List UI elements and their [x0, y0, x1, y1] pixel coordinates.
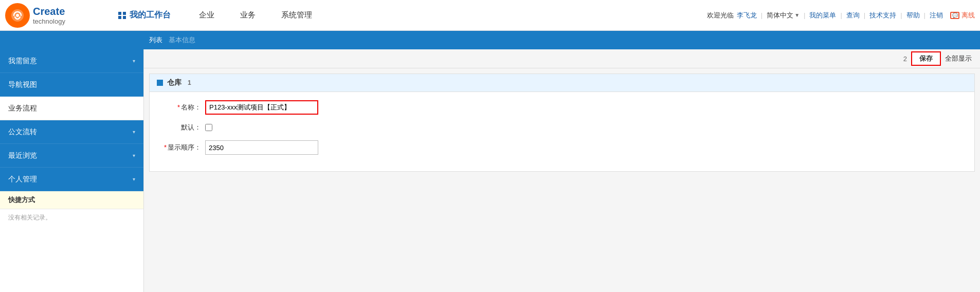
chevron-right-icon-2: ▾ [133, 129, 135, 135]
name-input[interactable] [205, 100, 318, 115]
panel-title: 仓库 [167, 78, 182, 87]
breadcrumb-list[interactable]: 列表 [149, 35, 162, 45]
sidebar-item-recent[interactable]: 最近浏览 ▾ [0, 144, 143, 168]
lang-label: 简体中文 [767, 11, 793, 20]
blue-square-icon [157, 80, 163, 86]
workbench-label: 我的工作台 [130, 10, 171, 21]
order-label: 显示顺序： [160, 143, 201, 152]
sidebar-item-workflow-label: 业务流程 [8, 104, 37, 113]
nav-sysadmin[interactable]: 系统管理 [268, 0, 325, 31]
panel-body: 名称： 默认： 显示顺序： [150, 92, 974, 171]
main-nav: 我的工作台 企业 业务 系统管理 [118, 0, 707, 31]
svg-point-0 [16, 14, 19, 17]
logo-text: Create technology [33, 5, 65, 26]
sidebar-item-docflow-label: 公文流转 [8, 127, 37, 137]
order-field-row: 显示顺序： [160, 140, 964, 155]
logo: Create technology [5, 3, 118, 28]
save-button[interactable]: 保存 [911, 51, 941, 66]
name-field-row: 名称： [160, 100, 964, 115]
language-switcher[interactable]: 简体中文 ▼ [767, 11, 800, 20]
default-field-row: 默认： [160, 123, 964, 132]
sidebar-item-docflow[interactable]: 公文流转 ▾ [0, 120, 143, 144]
help-link[interactable]: 帮助 [906, 11, 920, 20]
sidebar: 我需留意 ▾ 导航视图 业务流程 公文流转 ▾ 最近浏览 ▾ 个人管理 ▾ 快捷… [0, 49, 144, 292]
sidebar-item-navview[interactable]: 导航视图 [0, 73, 143, 97]
nav-enterprise[interactable]: 企业 [186, 0, 227, 31]
shortcut-label: 快捷方式 [8, 196, 35, 204]
default-checkbox[interactable] [205, 124, 212, 131]
offline-button[interactable]: 💬 离线 [950, 11, 975, 20]
no-record-text: 没有相关记录。 [0, 209, 143, 226]
chevron-right-icon-3: ▾ [133, 153, 135, 158]
name-label: 名称： [160, 103, 201, 112]
sidebar-item-personal[interactable]: 个人管理 ▾ [0, 168, 143, 191]
panel-header: 仓库 1 [150, 74, 974, 92]
offline-label: 离线 [961, 11, 975, 20]
sidebar-item-personal-label: 个人管理 [8, 175, 37, 184]
logout-link[interactable]: 注销 [930, 11, 943, 20]
chevron-down-icon: ▼ [794, 12, 800, 18]
logo-icon [5, 3, 30, 28]
sidebar-item-attention-label: 我需留意 [8, 57, 37, 66]
greeting-text: 欢迎光临 [707, 11, 734, 20]
header: Create technology 我的工作台 企业 业务 系统管理 欢迎光临 … [0, 0, 980, 31]
sidebar-item-workflow[interactable]: 业务流程 [0, 97, 143, 120]
logo-create: Create [33, 5, 65, 17]
my-menu-link[interactable]: 我的菜单 [809, 11, 836, 20]
chat-icon: 💬 [950, 12, 959, 19]
tech-support-link[interactable]: 技术支持 [869, 11, 896, 20]
default-label: 默认： [160, 123, 201, 132]
toolbar: 2 保存 全部显示 [144, 49, 980, 68]
nav-business[interactable]: 业务 [227, 0, 268, 31]
sidebar-item-recent-label: 最近浏览 [8, 151, 37, 160]
header-right: 欢迎光临 李飞龙 | 简体中文 ▼ | 我的菜单 | 查询 | 技术支持 | 帮… [707, 11, 975, 20]
username-link[interactable]: 李飞龙 [737, 11, 757, 20]
sidebar-item-attention[interactable]: 我需留意 ▾ [0, 49, 143, 73]
panel-number: 1 [188, 79, 191, 86]
query-link[interactable]: 查询 [846, 11, 860, 20]
content-area: 2 保存 全部显示 仓库 1 名称： 默认： [144, 49, 980, 292]
all-display-button[interactable]: 全部显示 [941, 52, 976, 65]
shortcut-section: 快捷方式 [0, 191, 143, 209]
form-panel: 仓库 1 名称： 默认： 显示顺序： [149, 74, 975, 172]
subheader: 列表 基本信息 [0, 31, 980, 49]
breadcrumb: 列表 基本信息 [149, 35, 195, 45]
toolbar-number: 2 [903, 55, 907, 63]
chevron-right-icon: ▾ [133, 58, 135, 64]
logo-technology: technology [33, 17, 65, 26]
workbench-nav[interactable]: 我的工作台 [118, 10, 171, 21]
sidebar-item-navview-label: 导航视图 [8, 80, 37, 89]
order-input[interactable] [205, 140, 318, 155]
grid-icon [118, 12, 126, 19]
main-layout: 我需留意 ▾ 导航视图 业务流程 公文流转 ▾ 最近浏览 ▾ 个人管理 ▾ 快捷… [0, 49, 980, 292]
chevron-right-icon-4: ▾ [133, 176, 135, 182]
